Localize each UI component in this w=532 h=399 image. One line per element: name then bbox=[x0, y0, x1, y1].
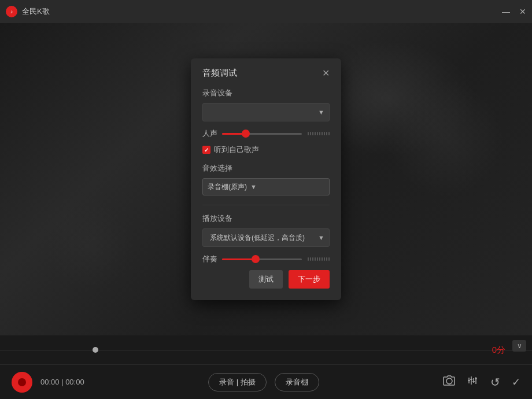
accompaniment-slider-track[interactable] bbox=[222, 258, 302, 260]
voice-label: 人声 bbox=[202, 128, 219, 139]
accompaniment-slider-thumb[interactable] bbox=[252, 255, 260, 263]
app-title: 全民K歌 bbox=[22, 6, 50, 17]
time-display: 00:00 | 00:00 bbox=[40, 378, 84, 386]
equalizer-icon bbox=[467, 375, 479, 389]
camera-icon bbox=[443, 375, 456, 389]
acc-dot-4 bbox=[315, 257, 316, 261]
playback-device-dropdown[interactable]: 系统默认设备(低延迟，高音质) ▼ bbox=[202, 228, 330, 247]
timeline-line bbox=[0, 350, 532, 350]
camera-button[interactable] bbox=[443, 375, 456, 389]
undo-icon: ↺ bbox=[490, 375, 500, 389]
dot-1 bbox=[308, 132, 309, 135]
test-button[interactable]: 测试 bbox=[249, 270, 283, 289]
acc-dot-9 bbox=[326, 257, 327, 261]
hear-self-row: ✓ 听到自己歌声 bbox=[202, 145, 330, 155]
acc-dot-2 bbox=[310, 257, 311, 261]
playback-device-label: 播放设备 bbox=[202, 213, 330, 224]
close-button[interactable]: ✕ bbox=[519, 8, 526, 16]
accompaniment-label: 伴奏 bbox=[202, 254, 219, 264]
acc-dot-7 bbox=[322, 257, 323, 261]
hear-self-label: 听到自己歌声 bbox=[214, 145, 259, 155]
voice-level-indicator bbox=[308, 132, 330, 135]
voice-slider-row: 人声 bbox=[202, 128, 330, 139]
studio-button[interactable]: 录音棚 bbox=[275, 373, 319, 391]
recording-device-label: 录音设备 bbox=[202, 88, 330, 98]
confirm-icon: ✓ bbox=[512, 376, 520, 389]
bottom-toolbar: 00:00 | 00:00 录音 | 拍摄 录音棚 bbox=[0, 364, 532, 399]
toolbar-right-group: ↺ ✓ bbox=[443, 375, 520, 389]
acc-dot-6 bbox=[319, 257, 320, 261]
dialog-separator bbox=[202, 205, 330, 205]
recording-device-dropdown[interactable]: ▼ bbox=[202, 103, 330, 121]
voice-slider-track[interactable] bbox=[222, 133, 302, 135]
acc-dot-1 bbox=[308, 257, 309, 261]
recording-device-arrow-icon: ▼ bbox=[318, 109, 324, 116]
toolbar-left-group: 00:00 | 00:00 bbox=[12, 372, 84, 393]
playback-device-value: 系统默认设备(低延迟，高音质) bbox=[208, 233, 318, 243]
acc-dot-3 bbox=[312, 257, 313, 261]
scroll-down-button[interactable]: ∨ bbox=[512, 340, 526, 352]
score-display: 0分 bbox=[492, 345, 505, 356]
timeline-cursor[interactable] bbox=[93, 347, 98, 353]
undo-button[interactable]: ↺ bbox=[490, 375, 500, 389]
svg-point-0 bbox=[446, 378, 452, 384]
effect-dropdown[interactable]: 录音棚(原声) ▼ bbox=[202, 178, 330, 195]
acc-dot-8 bbox=[324, 257, 325, 261]
scroll-arrow-icon: ∨ bbox=[517, 342, 522, 350]
accompaniment-slider-row: 伴奏 bbox=[202, 254, 330, 264]
dialog-buttons: 测试 下一步 bbox=[202, 270, 330, 289]
record-capture-button[interactable]: 录音 | 拍摄 bbox=[208, 373, 267, 391]
dot-9 bbox=[326, 132, 327, 135]
acc-dot-5 bbox=[317, 257, 318, 261]
voice-slider-thumb[interactable] bbox=[242, 130, 250, 138]
window-controls: — ✕ bbox=[502, 8, 526, 16]
equalizer-button[interactable] bbox=[467, 375, 479, 389]
dialog-header: 音频调试 ✕ bbox=[202, 68, 330, 79]
dialog-title: 音频调试 bbox=[202, 68, 237, 79]
title-bar: ♪ 全民K歌 — ✕ bbox=[0, 0, 532, 23]
hear-self-checkbox[interactable]: ✓ bbox=[202, 146, 210, 154]
dot-4 bbox=[315, 132, 316, 135]
dot-7 bbox=[322, 132, 323, 135]
effect-label: 音效选择 bbox=[202, 163, 330, 173]
next-button[interactable]: 下一步 bbox=[289, 270, 330, 289]
record-icon bbox=[18, 378, 26, 386]
record-button[interactable] bbox=[12, 372, 32, 393]
effect-dropdown-value: 录音棚(原声) bbox=[208, 182, 247, 192]
scroll-area: ∨ 0分 bbox=[0, 335, 532, 364]
dot-6 bbox=[319, 132, 320, 135]
dot-3 bbox=[312, 132, 313, 135]
dialog-close-button[interactable]: ✕ bbox=[322, 69, 330, 78]
dot-2 bbox=[310, 132, 311, 135]
accompaniment-slider-fill bbox=[222, 258, 256, 260]
confirm-button[interactable]: ✓ bbox=[512, 376, 520, 389]
playback-device-arrow-icon: ▼ bbox=[318, 234, 324, 241]
main-content-area: 音频调试 ✕ 录音设备 ▼ 人声 bbox=[0, 23, 532, 335]
dot-8 bbox=[324, 132, 325, 135]
checkbox-check-icon: ✓ bbox=[204, 147, 209, 153]
toolbar-center-group: 录音 | 拍摄 录音棚 bbox=[208, 373, 319, 391]
acc-dot-10 bbox=[328, 257, 330, 261]
audio-debug-dialog: 音频调试 ✕ 录音设备 ▼ 人声 bbox=[191, 58, 341, 300]
minimize-button[interactable]: — bbox=[502, 8, 510, 16]
dot-10 bbox=[328, 132, 330, 135]
app-logo: ♪ bbox=[6, 6, 17, 17]
effect-dropdown-arrow-icon: ▼ bbox=[250, 183, 257, 190]
dot-5 bbox=[317, 132, 318, 135]
accompaniment-level-indicator bbox=[308, 257, 330, 261]
modal-overlay: 音频调试 ✕ 录音设备 ▼ 人声 bbox=[0, 23, 532, 335]
